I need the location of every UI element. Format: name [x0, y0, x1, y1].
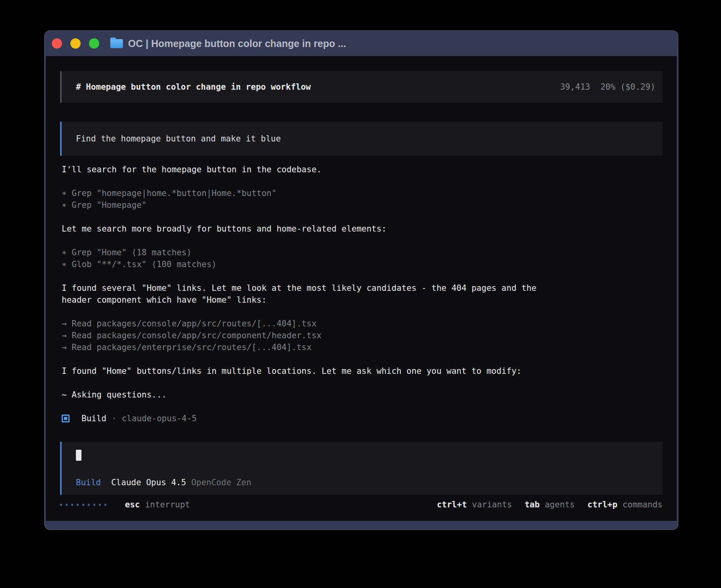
- agents-key: tab: [525, 499, 540, 511]
- esc-hint: esc interrupt: [125, 499, 190, 511]
- assistant-text: I'll search for the homepage button in t…: [62, 164, 662, 175]
- context-cost: 20% ($0.29): [600, 81, 655, 93]
- status-left: esc interrupt: [60, 499, 190, 511]
- token-count: 39,413: [560, 81, 590, 93]
- transcript-line: I found several "Home" links. Let me loo…: [62, 282, 662, 294]
- session-stats: 39,413 20% ($0.29): [560, 81, 655, 93]
- text-cursor: [76, 450, 81, 461]
- tool-call-line: → Read packages/console/app/src/componen…: [62, 330, 662, 341]
- assistant-transcript: I'll search for the homepage button in t…: [60, 164, 662, 413]
- tool-call-line: ∗ Grep "Home" (18 matches): [62, 247, 662, 258]
- assistant-status: ~ Asking questions...: [62, 389, 662, 401]
- status-bar: esc interrupt ctrl+t variants tab agents…: [60, 499, 662, 511]
- window-title: OC | Homepage button color change in rep…: [128, 38, 346, 49]
- minimize-button[interactable]: [70, 38, 81, 49]
- session-header: # Homepage button color change in repo w…: [60, 71, 662, 103]
- folder-icon: [110, 39, 123, 48]
- tool-call-line: ∗ Glob "**/*.tsx" (100 matches): [62, 258, 662, 270]
- agent-name: Build: [81, 413, 106, 424]
- tool-calls: → Read packages/console/app/src/routes/[…: [62, 318, 662, 353]
- assistant-text: I found "Home" buttons/links in multiple…: [62, 365, 662, 377]
- input-mode: Build: [76, 477, 101, 488]
- tool-call-line: → Read packages/console/app/src/routes/[…: [62, 318, 662, 330]
- user-message-text: Find the homepage button and make it blu…: [76, 133, 281, 145]
- session-title: # Homepage button color change in repo w…: [76, 81, 311, 93]
- tool-call-line: → Read packages/enterprise/src/routes/[.…: [62, 341, 662, 353]
- commands-hint: ctrl+p commands: [587, 499, 662, 511]
- assistant-text: Let me search more broadly for buttons a…: [62, 223, 662, 235]
- separator-dot: ·: [111, 413, 117, 424]
- tool-calls: ∗ Grep "Home" (18 matches) ∗ Glob "**/*.…: [62, 247, 662, 270]
- variants-key: ctrl+t: [437, 499, 467, 511]
- transcript-line: Let me search more broadly for buttons a…: [62, 223, 662, 235]
- variants-label: variants: [472, 499, 512, 511]
- tool-call-line: ∗ Grep "homepage|home.*button|Home.*butt…: [62, 187, 662, 199]
- agents-hint: tab agents: [525, 499, 575, 511]
- agent-model: claude-opus-4-5: [122, 413, 197, 424]
- commands-label: commands: [623, 499, 662, 511]
- esc-key: esc: [125, 499, 140, 511]
- maximize-button[interactable]: [89, 38, 99, 49]
- agents-label: agents: [545, 499, 575, 511]
- status-right: ctrl+t variants tab agents ctrl+p comman…: [437, 499, 662, 511]
- input-footer: Build Claude Opus 4.5 OpenCode Zen: [76, 477, 648, 488]
- prompt-input[interactable]: Build Claude Opus 4.5 OpenCode Zen: [60, 442, 662, 495]
- commands-key: ctrl+p: [587, 499, 617, 511]
- close-button[interactable]: [52, 38, 62, 49]
- agent-badge-icon: [62, 415, 70, 422]
- window-controls: [52, 38, 99, 49]
- transcript-line: I'll search for the homepage button in t…: [62, 164, 662, 175]
- terminal-content: # Homepage button color change in repo w…: [46, 56, 677, 521]
- tool-calls: ∗ Grep "homepage|home.*button|Home.*butt…: [62, 187, 662, 211]
- tool-call-line: ∗ Grep "Homepage": [62, 199, 662, 211]
- transcript-line: ~ Asking questions...: [62, 389, 662, 401]
- variants-hint: ctrl+t variants: [437, 499, 512, 511]
- input-model: Claude Opus 4.5: [111, 477, 186, 488]
- transcript-line: header component which have "Home" links…: [62, 294, 662, 306]
- assistant-text: I found several "Home" links. Let me loo…: [62, 282, 662, 306]
- user-message: Find the homepage button and make it blu…: [60, 122, 662, 156]
- input-provider: OpenCode Zen: [191, 477, 251, 488]
- esc-label: interrupt: [145, 499, 190, 511]
- spinner-dots-icon: [60, 504, 106, 506]
- agent-status-line: Build · claude-opus-4-5: [60, 413, 662, 424]
- terminal-window: OC | Homepage button color change in rep…: [44, 30, 678, 530]
- window-bottom-strip: [45, 521, 678, 530]
- transcript-line: I found "Home" buttons/links in multiple…: [62, 365, 662, 377]
- title-bar: OC | Homepage button color change in rep…: [45, 31, 678, 56]
